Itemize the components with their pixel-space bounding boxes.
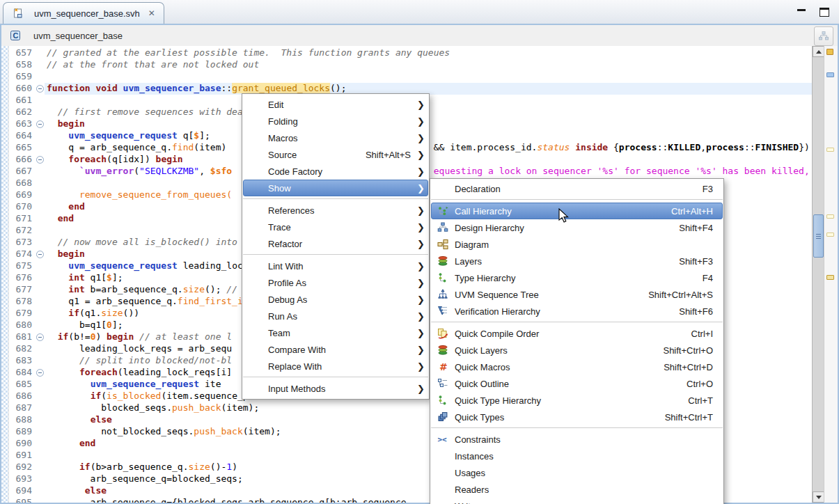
menu-item-references[interactable]: References❯ xyxy=(243,202,428,219)
menu-item-trace[interactable]: Trace❯ xyxy=(243,219,428,235)
line-number: 675 xyxy=(9,260,36,272)
menu-item-shortcut: Shift+F6 xyxy=(679,306,713,317)
quick-outline-icon xyxy=(437,378,448,389)
menu-item-quick-layers[interactable]: Quick LayersShift+Ctrl+O xyxy=(431,342,723,359)
fold-collapse-icon[interactable] xyxy=(36,369,44,377)
fold-column xyxy=(36,95,45,107)
annotation-mark-khaki[interactable] xyxy=(826,275,834,280)
menu-item-constraints[interactable]: ><Constraints xyxy=(431,431,723,448)
menu-item-quick-type-hierarchy[interactable]: Quick Type HierarchyCtrl+T xyxy=(431,392,723,409)
menu-item-shortcut: Shift+F3 xyxy=(679,256,713,267)
tab-close-icon[interactable]: ✕ xyxy=(148,9,155,17)
menu-item-edit[interactable]: Edit❯ xyxy=(243,96,428,113)
fold-collapse-icon[interactable] xyxy=(36,120,44,128)
menu-item-code-factory[interactable]: Code Factory❯ xyxy=(243,163,428,180)
menu-item-usages[interactable]: Usages xyxy=(431,464,723,481)
scroll-up-button[interactable] xyxy=(813,46,824,57)
menu-item-quick-macros[interactable]: #Quick MacrosShift+Ctrl+D xyxy=(431,359,723,375)
line-number: 677 xyxy=(9,284,36,296)
code-text[interactable]: // at the front that are not locked out xyxy=(45,59,813,71)
line-number: 660 xyxy=(9,83,36,95)
menu-item-diagram[interactable]: Diagram xyxy=(431,236,723,253)
menu-item-show[interactable]: Show❯ xyxy=(243,180,428,196)
menu-item-source[interactable]: SourceShift+Alt+S❯ xyxy=(243,146,428,163)
menu-item-team[interactable]: Team❯ xyxy=(243,324,428,341)
fold-column xyxy=(36,107,45,118)
menu-item-refactor[interactable]: Refactor❯ xyxy=(243,235,428,252)
line-number: 676 xyxy=(9,272,36,284)
annotation-mark-pale[interactable] xyxy=(826,214,834,219)
annotation-mark-gold[interactable] xyxy=(826,49,833,55)
fold-collapse-icon[interactable] xyxy=(36,85,44,93)
layers-icon xyxy=(437,255,448,267)
overview-ruler[interactable] xyxy=(824,46,838,503)
menu-item-declaration[interactable]: DeclarationF3 xyxy=(431,180,723,197)
menu-item-readers[interactable]: Readers xyxy=(431,481,723,498)
menu-item-layers[interactable]: LayersShift+F3 xyxy=(431,253,723,269)
fold-column xyxy=(36,154,45,166)
menu-item-label: Design Hierarchy xyxy=(455,223,524,233)
menu-item-compare-with[interactable]: Compare With❯ xyxy=(243,341,428,358)
maximize-icon[interactable] xyxy=(820,8,829,17)
submenu-arrow-icon: ❯ xyxy=(415,205,425,216)
line-number: 692 xyxy=(9,462,36,473)
menu-item-label: Debug As xyxy=(268,294,307,305)
menu-item-call-hierarchy[interactable]: Call HierarchyCtrl+Alt+H xyxy=(431,203,723,219)
annotation-mark-pale[interactable] xyxy=(826,233,834,237)
fold-column xyxy=(36,450,45,462)
minimize-icon[interactable] xyxy=(797,9,806,11)
menu-item-label: Writers xyxy=(455,501,483,504)
line-number: 662 xyxy=(9,107,36,118)
menu-item-type-hierarchy[interactable]: Type HierarchyF4 xyxy=(431,269,723,286)
submenu-arrow-icon: ❯ xyxy=(415,150,425,160)
code-text[interactable] xyxy=(45,71,813,83)
no-icon xyxy=(437,484,448,495)
menu-item-design-hierarchy[interactable]: Design HierarchyShift+F4 xyxy=(431,219,723,236)
vertical-scrollbar[interactable] xyxy=(812,46,824,503)
fold-column xyxy=(36,142,45,154)
submenu-arrow-icon: ❯ xyxy=(415,100,425,110)
menu-item-replace-with[interactable]: Replace With❯ xyxy=(243,358,428,375)
editor-tab[interactable]: uvm_sequencer_base.svh ✕ xyxy=(3,2,164,24)
menu-item-profile-as[interactable]: Profile As❯ xyxy=(243,274,428,291)
line-number: 667 xyxy=(9,166,36,178)
line-number: 686 xyxy=(9,391,36,402)
code-line: 658// at the front that are not locked o… xyxy=(1,59,813,71)
code-text[interactable]: // granted at the earliest possible time… xyxy=(45,47,813,59)
menu-item-macros[interactable]: Macros❯ xyxy=(243,129,428,146)
menu-item-label: Constraints xyxy=(455,434,501,445)
fold-column xyxy=(36,473,45,485)
menu-item-uvm-sequence-tree[interactable]: UVM Sequence TreeShift+Ctrl+Alt+S xyxy=(431,286,723,303)
menu-item-input-methods[interactable]: Input Methods❯ xyxy=(243,380,428,397)
menu-item-folding[interactable]: Folding❯ xyxy=(243,113,428,129)
menu-item-writers[interactable]: Writers xyxy=(431,498,723,504)
fold-collapse-icon[interactable] xyxy=(36,156,44,164)
annotation-mark-blue[interactable] xyxy=(826,72,834,77)
menu-item-quick-types[interactable]: Quick TypesShift+Ctrl+T xyxy=(431,409,723,425)
menu-item-instances[interactable]: Instances xyxy=(431,448,723,464)
arrow-down-icon xyxy=(816,496,822,499)
menu-item-shortcut: Shift+Alt+S xyxy=(366,150,411,160)
verification-hierarchy-icon xyxy=(437,306,448,317)
menu-item-debug-as[interactable]: Debug As❯ xyxy=(243,291,428,308)
menu-separator xyxy=(431,427,723,428)
menu-item-label: Trace xyxy=(268,222,291,233)
menu-item-quick-outline[interactable]: Quick OutlineCtrl+O xyxy=(431,375,723,392)
scrollbar-thumb[interactable] xyxy=(813,214,824,258)
menu-item-quick-compile-order[interactable]: Quick Compile OrderCtrl+I xyxy=(431,325,723,342)
hierarchy-view-button[interactable] xyxy=(814,26,833,46)
line-number: 684 xyxy=(9,367,36,379)
fold-collapse-icon[interactable] xyxy=(36,333,44,341)
annotation-mark-pale[interactable] xyxy=(826,148,834,152)
scroll-down-button[interactable] xyxy=(813,491,824,503)
fold-collapse-icon[interactable] xyxy=(36,251,44,258)
fold-column xyxy=(36,391,45,402)
quick-types-icon xyxy=(437,411,448,423)
fold-column xyxy=(36,308,45,320)
diagram-icon xyxy=(437,239,448,250)
menu-item-label: Edit xyxy=(268,100,283,110)
menu-item-run-as[interactable]: Run As❯ xyxy=(243,308,428,324)
menu-item-verification-hierarchy[interactable]: Verification HierarchyShift+F6 xyxy=(431,303,723,320)
fold-column xyxy=(36,118,45,130)
menu-item-lint-with[interactable]: Lint With❯ xyxy=(243,258,428,274)
